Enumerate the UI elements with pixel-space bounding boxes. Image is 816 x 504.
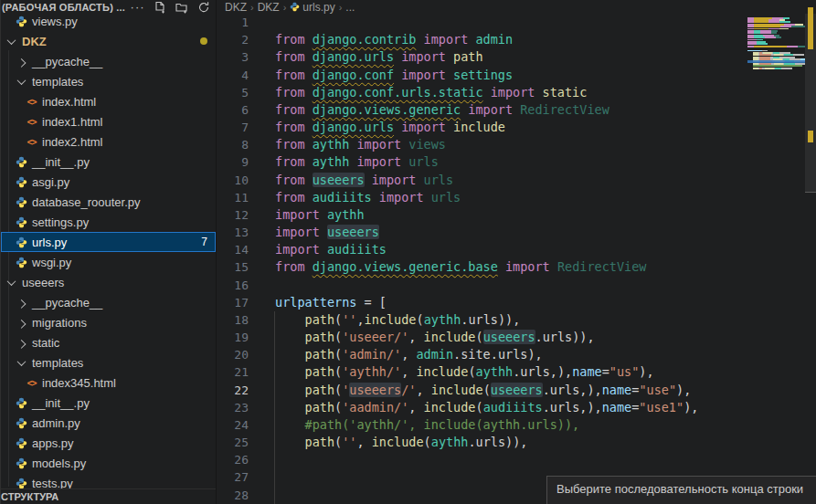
code-line-6[interactable]: 6from django.views.generic import Redire…: [217, 101, 747, 119]
outline-header-label: СТРУКТУРА: [1, 491, 58, 502]
code-line-23[interactable]: 23 path('aadmin/', include(audiiits.urls…: [217, 399, 747, 416]
line-number: 27: [217, 468, 249, 486]
line-number: 17: [217, 294, 249, 311]
code-line-14[interactable]: 14import audiiits: [217, 241, 747, 258]
code-editor[interactable]: DKZ › DKZ › urls.py › ... 12from django.…: [217, 0, 816, 504]
tree-item-label: asgi.py: [29, 175, 69, 189]
tree-item-label: __init__.py: [29, 396, 90, 410]
line-number: 11: [217, 189, 249, 206]
code-line-25[interactable]: 25 path('', include(aythh.urls)),: [217, 434, 747, 451]
tree-folder--pycache-[interactable]: __pycache__: [1, 51, 216, 71]
tree-item-label: wsgi.py: [29, 256, 71, 269]
code-line-21[interactable]: 21 path('aythh/', include(aythh.urls,),n…: [217, 363, 747, 381]
chevron-down-icon: [7, 36, 16, 45]
code-line-5[interactable]: 5from django.conf.urls.static import sta…: [217, 84, 747, 101]
vscode-window: (РАБОЧАЯ ОБЛАСТЬ) ... ··· views.pyDKZ__p…: [0, 0, 816, 504]
code-line-24[interactable]: 24 #path('aythh/', include(aythh.urls)),: [217, 416, 747, 434]
code-line-13[interactable]: 13import useeers: [217, 224, 747, 241]
tree-folder-templates[interactable]: templates: [1, 71, 216, 91]
breadcrumb-item-file[interactable]: urls.py: [302, 1, 334, 14]
python-file-icon: [14, 176, 29, 188]
tree-folder--pycache-[interactable]: __pycache__: [1, 292, 216, 312]
python-file-icon: [14, 457, 29, 469]
tree-folder-migrations[interactable]: migrations: [1, 312, 216, 332]
line-number: 13: [217, 224, 249, 241]
breadcrumb-separator: ›: [249, 2, 255, 13]
python-file-icon: [14, 257, 29, 268]
tree-folder-dkz[interactable]: DKZ: [1, 31, 216, 51]
code-line-10[interactable]: 10from useeers import urls: [217, 172, 747, 189]
tree-folder-static[interactable]: static: [1, 332, 216, 352]
tree-file-index1-html[interactable]: <>index1.html: [1, 111, 216, 131]
tree-item-label: index.html: [39, 95, 96, 109]
tooltip-text: Выберите последовательность конца строки: [556, 482, 803, 496]
tree-item-label: templates: [29, 75, 83, 89]
more-actions-icon[interactable]: ···: [131, 1, 144, 15]
tree-item-label: static: [29, 336, 59, 350]
tree-file-apps-py[interactable]: apps.py: [1, 433, 216, 453]
tree-file-models-py[interactable]: models.py: [1, 453, 216, 473]
breadcrumb-item-symbol[interactable]: ...: [345, 1, 355, 14]
tree-file-settings-py[interactable]: settings.py: [1, 212, 216, 232]
workspace-title: (РАБОЧАЯ ОБЛАСТЬ) ...: [2, 2, 125, 13]
tree-file-asgi-py[interactable]: asgi.py: [1, 172, 216, 192]
line-number: 24: [217, 416, 249, 434]
outline-section-header[interactable]: СТРУКТУРА: [1, 488, 216, 504]
code-content[interactable]: 12from django.contrib import admin3from …: [217, 14, 747, 504]
tree-item-label: migrations: [29, 316, 87, 330]
breadcrumb-separator: ›: [282, 2, 288, 13]
python-file-icon: [14, 16, 29, 27]
code-line-22[interactable]: 22 path('useeers/', include(useeers.urls…: [217, 382, 747, 399]
breadcrumb-item-folder[interactable]: DKZ: [258, 1, 280, 14]
python-file-icon: [14, 236, 29, 248]
code-line-1[interactable]: 1: [217, 14, 747, 31]
new-file-icon[interactable]: [153, 1, 166, 15]
tree-file--init-py[interactable]: __init__.py: [1, 152, 216, 172]
tree-file-index2-html[interactable]: <>index2.html: [1, 131, 216, 152]
code-line-26[interactable]: 26: [217, 451, 747, 468]
line-number: 15: [217, 258, 249, 276]
breadcrumb-separator: ›: [338, 2, 344, 13]
tree-file-index-html[interactable]: <>index.html: [1, 91, 216, 111]
code-line-11[interactable]: 11from audiiits import urls: [217, 189, 747, 206]
code-line-16[interactable]: 16: [217, 277, 747, 294]
html-file-icon: <>: [24, 378, 39, 388]
code-line-3[interactable]: 3from django.urls import path: [217, 48, 747, 66]
overview-ruler[interactable]: [805, 0, 816, 504]
tree-file-database-roouter-py[interactable]: database_roouter.py: [1, 192, 216, 212]
code-line-7[interactable]: 7from django.urls import include: [217, 119, 747, 136]
code-line-17[interactable]: 17urlpatterns = [: [217, 294, 747, 311]
overview-warning-mark: [808, 131, 813, 142]
line-number: 8: [217, 136, 249, 153]
line-number: 14: [217, 241, 249, 258]
code-line-8[interactable]: 8from aythh import views: [217, 136, 747, 153]
breadcrumb-item-root[interactable]: DKZ: [225, 1, 247, 14]
tree-file-admin-py[interactable]: admin.py: [1, 413, 216, 433]
code-line-19[interactable]: 19 path('useeer/', include(useeers.urls)…: [217, 329, 747, 346]
code-line-9[interactable]: 9from aythh import urls: [217, 153, 747, 171]
refresh-icon[interactable]: [196, 1, 210, 15]
chevron-right-icon: [17, 299, 26, 308]
code-line-4[interactable]: 4from django.conf import settings: [217, 67, 747, 84]
explorer-section-header[interactable]: (РАБОЧАЯ ОБЛАСТЬ) ... ···: [1, 0, 216, 15]
tree-file--init-py[interactable]: __init__.py: [1, 393, 216, 413]
tree-folder-templates[interactable]: templates: [1, 352, 216, 373]
code-line-2[interactable]: 2from django.contrib import admin: [217, 31, 747, 48]
chevron-right-icon: [17, 319, 26, 328]
tree-file-wsgi-py[interactable]: wsgi.py: [1, 252, 216, 272]
code-line-20[interactable]: 20 path('admin/', admin.site.urls),: [217, 346, 747, 363]
line-number: 9: [217, 153, 249, 171]
code-line-18[interactable]: 18 path('',include(aythh.urls)),: [217, 311, 747, 329]
tree-file-urls-py[interactable]: urls.py7: [1, 232, 216, 252]
tree-folder-useeers[interactable]: useeers: [1, 272, 216, 292]
line-number: 2: [217, 31, 249, 48]
chevron-right-icon: [17, 339, 26, 348]
code-line-12[interactable]: 12import aythh: [217, 206, 747, 224]
minimap[interactable]: [747, 15, 805, 499]
tree-file-index345-html[interactable]: <>index345.html: [1, 373, 216, 393]
new-folder-icon[interactable]: [175, 1, 188, 15]
tree-item-label: urls.py: [29, 236, 67, 249]
line-number: 16: [217, 277, 249, 294]
code-line-15[interactable]: 15from django.views.generic.base import …: [217, 258, 747, 276]
statusbar-tooltip: Выберите последовательность конца строки: [546, 476, 816, 504]
